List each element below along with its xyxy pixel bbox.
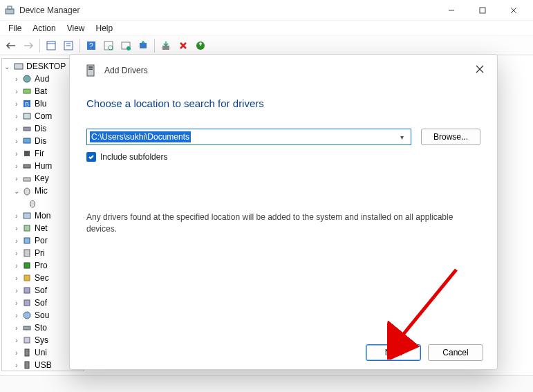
next-button[interactable]: Next [366,344,421,361]
enable-button[interactable] [192,37,209,54]
device-category-icon [21,310,32,321]
menu-view[interactable]: View [62,22,91,35]
scan-button[interactable] [100,37,117,54]
svg-rect-42 [24,326,30,330]
expand-icon[interactable]: › [12,88,21,95]
expand-icon[interactable]: › [12,125,21,133]
update-driver-button[interactable] [135,37,151,54]
tree-item-label: Net [35,223,48,233]
menu-action[interactable]: Action [27,22,61,35]
tree-item-label: USB [35,360,52,370]
forward-button[interactable] [20,37,37,54]
tree-item-label: Sec [35,273,49,283]
expand-icon[interactable]: › [12,175,21,183]
tree-item-label: Sof [35,286,47,295]
device-category-icon [21,260,32,271]
expand-icon[interactable]: › [12,150,21,158]
expand-icon[interactable]: › [12,274,21,282]
titlebar: Device Manager [0,0,533,21]
tree-item-label: Sof [35,298,47,308]
svg-rect-43 [24,337,30,343]
expand-icon[interactable]: › [12,349,21,357]
tree-item-label: Bat [35,86,47,96]
svg-rect-48 [88,68,93,70]
tree-item-label: Mon [35,211,50,221]
minimize-button[interactable] [436,1,467,20]
svg-point-31 [24,188,30,195]
svg-rect-35 [24,238,30,243]
svg-rect-1 [8,6,12,9]
dialog-close-button[interactable] [467,59,493,80]
cancel-button[interactable]: Cancel [428,344,483,361]
svg-point-14 [109,46,113,50]
expand-icon[interactable]: › [12,287,21,295]
uninstall-button[interactable] [175,37,191,54]
expand-icon[interactable]: › [12,312,21,319]
expand-icon[interactable]: › [12,100,21,108]
svg-rect-25 [24,113,30,119]
expand-icon[interactable]: › [12,237,21,245]
svg-rect-33 [24,213,30,218]
dialog-info-text: Any drivers found at the specified locat… [86,212,474,235]
device-category-icon [21,148,32,159]
expand-icon[interactable]: › [12,75,21,83]
install-button[interactable] [158,37,174,54]
browse-button[interactable]: Browse... [421,129,480,145]
expand-icon[interactable]: › [12,337,21,344]
help-button[interactable]: ? [83,37,100,54]
expand-icon[interactable]: › [12,324,21,332]
tree-item-label: Uni [35,348,47,357]
include-subfolders-label: Include subfolders [100,152,167,162]
svg-rect-28 [24,151,30,156]
expand-icon[interactable]: ⌄ [12,187,21,195]
expand-icon[interactable]: › [12,362,21,369]
expand-icon[interactable]: › [12,299,21,307]
svg-rect-37 [24,263,30,268]
svg-rect-39 [24,288,30,293]
device-category-icon [21,335,32,346]
collapse-icon[interactable]: ⌄ [2,63,12,71]
properties-button[interactable] [60,37,77,54]
svg-rect-29 [24,165,30,168]
expand-icon[interactable]: › [12,262,21,270]
tree-item-label: Aud [35,74,49,84]
svg-rect-38 [24,275,30,281]
device-category-icon [21,360,32,371]
expand-icon[interactable]: › [12,225,21,232]
device-category-icon [21,123,32,134]
expand-icon[interactable]: › [12,162,21,170]
device-category-icon [21,173,32,184]
maximize-button[interactable] [467,1,498,20]
include-subfolders-checkbox[interactable] [86,152,96,162]
close-button[interactable] [498,1,529,20]
dialog-title: Add Drivers [104,66,490,75]
tree-item-label: Mic [35,186,48,196]
tree-item-label: Dis [35,136,46,146]
svg-rect-36 [24,250,30,256]
svg-rect-47 [88,66,93,68]
device-category-icon: B [21,98,32,109]
expand-icon[interactable]: › [12,113,21,120]
add-driver-button[interactable] [118,37,134,54]
menu-file[interactable]: File [3,22,27,35]
tree-item-label: Pri [35,248,45,258]
device-category-icon [21,136,32,147]
tree-item-label: Com [35,111,52,121]
app-icon [4,5,15,16]
device-category-icon [21,111,32,122]
device-category-icon [21,86,32,97]
dialog-heading: Choose a location to search for drivers [86,97,480,109]
expand-icon[interactable]: › [12,250,21,257]
path-combobox[interactable]: C:\Users\sukhi\Documents ▾ [86,129,411,145]
show-all-button[interactable] [43,37,59,54]
svg-text:?: ? [89,42,93,50]
expand-icon[interactable]: › [12,212,21,220]
expand-icon[interactable]: › [12,138,21,145]
computer-icon [13,61,24,72]
svg-rect-22 [24,89,30,93]
chevron-down-icon[interactable]: ▾ [400,133,408,141]
menu-help[interactable]: Help [91,22,119,35]
device-category-icon [21,285,32,296]
toolbar: ? [0,36,533,55]
back-button[interactable] [3,37,19,54]
